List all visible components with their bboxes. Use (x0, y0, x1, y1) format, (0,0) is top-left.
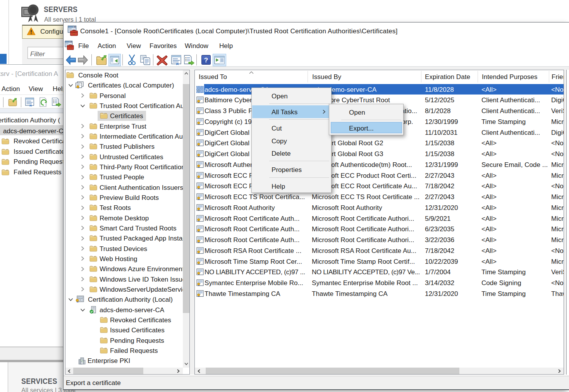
svg-text:?: ? (204, 57, 208, 64)
